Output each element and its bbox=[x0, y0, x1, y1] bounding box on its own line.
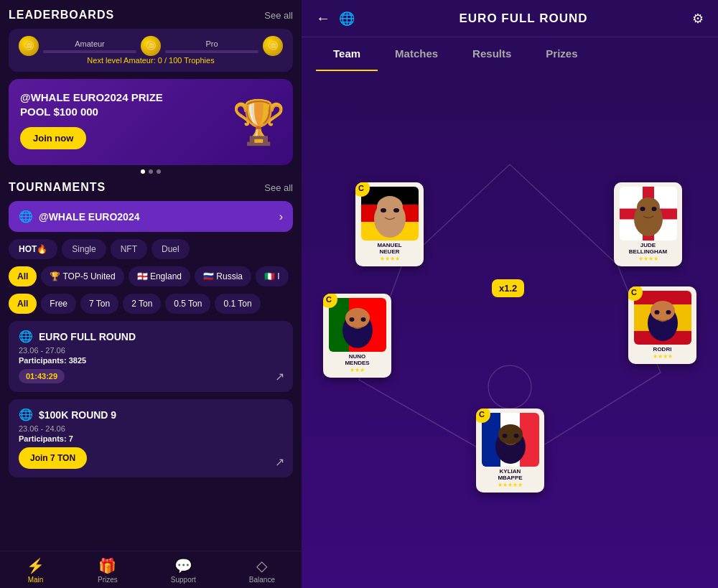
leaderboard-bar: 🪙 Amateur 🪙 Pro 🪙 Next level Amateur: 0 … bbox=[9, 29, 293, 72]
dot-2[interactable] bbox=[149, 169, 153, 174]
nav-main[interactable]: ⚡ Main bbox=[27, 557, 45, 584]
left-panel: LEADERBOARDS See all 🪙 Amateur 🪙 Pro 🪙 N… bbox=[0, 0, 302, 588]
svg-point-16 bbox=[345, 308, 370, 328]
whale-tournament-icon: 🌐 bbox=[19, 210, 33, 223]
player-card-mbappe[interactable]: C KYLIANMBAPPE ★★★★★ bbox=[476, 409, 544, 493]
svg-point-6 bbox=[488, 365, 531, 409]
leaderboards-header: LEADERBOARDS See all bbox=[9, 9, 293, 22]
neuer-name: MANUELNEUER bbox=[377, 243, 401, 256]
tc-100k-participants: Participants: 7 bbox=[19, 434, 283, 443]
field-area: C MANUELNEUER ★★★★ bbox=[302, 71, 718, 588]
nav-prizes[interactable]: 🎁 Prizes bbox=[98, 557, 118, 584]
svg-point-26 bbox=[513, 434, 518, 438]
svg-line-1 bbox=[510, 164, 617, 265]
filter-duel-button[interactable]: Duel bbox=[151, 239, 190, 259]
right-header: ← 🌐 EURO FULL ROUND ⚙ bbox=[302, 0, 718, 37]
tab-prizes[interactable]: Prizes bbox=[528, 37, 595, 71]
lb-pro-label: Pro bbox=[205, 39, 218, 48]
nav-balance[interactable]: ◇ Balance bbox=[249, 557, 275, 584]
svg-point-20 bbox=[651, 301, 675, 321]
filter-all-countries-button[interactable]: All bbox=[9, 266, 37, 286]
join-7ton-button[interactable]: Join 7 TON bbox=[19, 447, 87, 469]
filter-country-row: All 🏆 TOP-5 United 🏴󠁧󠁢󠁥󠁮󠁧󠁿 England 🇷🇺 Ru… bbox=[9, 266, 293, 286]
filter-01ton-button[interactable]: 0.1 Ton bbox=[215, 294, 260, 314]
svg-point-14 bbox=[651, 207, 656, 211]
tc-euro-date: 23.06 - 27.06 bbox=[19, 346, 283, 355]
filter-top5-button[interactable]: 🏆 TOP-5 United bbox=[41, 266, 123, 286]
tournament-card-euro: 🌐 EURO FULL ROUND 23.06 - 27.06 Particip… bbox=[9, 321, 293, 392]
rodri-name: RODRI bbox=[653, 347, 672, 353]
lb-progress-line bbox=[43, 50, 136, 53]
tournament-card-100k: 🌐 $100K ROUND 9 23.06 - 24.06 Participan… bbox=[9, 399, 293, 477]
bottom-nav: ⚡ Main 🎁 Prizes 💬 Support ◇ Balance bbox=[0, 551, 302, 588]
filter-italy-button[interactable]: 🇮🇹 I bbox=[256, 266, 289, 286]
mbappe-name: KYLIANMBAPPE bbox=[498, 469, 522, 482]
balance-nav-label: Balance bbox=[249, 576, 275, 584]
tc-100k-title: $100K ROUND 9 bbox=[39, 409, 116, 421]
filter-nft-button[interactable]: NFT bbox=[111, 239, 147, 259]
tc-euro-icon: 🌐 bbox=[19, 330, 33, 343]
back-button[interactable]: ← bbox=[316, 10, 330, 27]
tab-results[interactable]: Results bbox=[455, 37, 528, 71]
filter-hot-button[interactable]: HOT🔥 bbox=[9, 239, 57, 259]
prizes-nav-icon: 🎁 bbox=[98, 557, 116, 574]
rodri-stars: ★★★★ bbox=[653, 353, 673, 360]
nav-support[interactable]: 💬 Support bbox=[171, 557, 196, 584]
mbappe-stars: ★★★★★ bbox=[498, 482, 523, 488]
lb-levels-row: 🪙 Amateur 🪙 Pro 🪙 bbox=[19, 36, 283, 56]
lb-coin-amateur: 🪙 bbox=[141, 36, 161, 56]
player-card-bellingham[interactable]: JUDEBELLINGHAM ★★★★ bbox=[614, 182, 682, 266]
svg-point-12 bbox=[637, 197, 660, 218]
dot-3[interactable] bbox=[157, 169, 161, 174]
filter-free-button[interactable]: Free bbox=[41, 294, 76, 314]
neuer-stars: ★★★★ bbox=[380, 256, 400, 262]
settings-icon[interactable]: ⚙ bbox=[692, 11, 704, 27]
player-card-rodri[interactable]: C RODRI ★★★★ bbox=[628, 286, 696, 364]
whale-tournament-name: @WHALE EURO2024 bbox=[39, 211, 139, 223]
main-nav-icon: ⚡ bbox=[27, 557, 45, 574]
right-tournament-title: EURO FULL ROUND bbox=[363, 11, 684, 26]
tab-team[interactable]: Team bbox=[316, 37, 378, 71]
filter-2ton-button[interactable]: 2 Ton bbox=[123, 294, 161, 314]
banner-card: @WHALE EURO2024 PRIZE POOL $100 000 Join… bbox=[9, 79, 293, 165]
right-tabs: Team Matches Results Prizes bbox=[302, 37, 718, 71]
dot-1[interactable] bbox=[141, 169, 145, 174]
lb-coin-pro: 🪙 bbox=[263, 36, 283, 56]
filter-all-amounts-button[interactable]: All bbox=[9, 294, 37, 314]
filter-05ton-button[interactable]: 0.5 Ton bbox=[165, 294, 210, 314]
bellingham-stars: ★★★★ bbox=[638, 256, 658, 262]
tournaments-title: TOURNAMENTS bbox=[9, 181, 106, 194]
whale-tournament-item[interactable]: 🌐 @WHALE EURO2024 › bbox=[9, 201, 293, 232]
banner-dots bbox=[9, 169, 293, 174]
multiplier-badge: x1.2 bbox=[492, 279, 524, 297]
bellingham-name: JUDEBELLINGHAM bbox=[629, 243, 667, 256]
support-nav-label: Support bbox=[171, 576, 196, 584]
support-nav-icon: 💬 bbox=[174, 557, 192, 574]
chevron-right-icon: › bbox=[279, 210, 283, 223]
filter-england-button[interactable]: 🏴󠁧󠁢󠁥󠁮󠁧󠁿 England bbox=[129, 266, 190, 286]
svg-point-24 bbox=[498, 424, 523, 444]
tc-100k-icon: 🌐 bbox=[19, 408, 33, 421]
filter-7ton-button[interactable]: 7 Ton bbox=[80, 294, 118, 314]
leaderboards-see-all[interactable]: See all bbox=[264, 10, 293, 21]
tc-100k-share-icon[interactable]: ↗ bbox=[275, 455, 284, 469]
player-card-nuno[interactable]: C NUNOMENDES ★★★ bbox=[323, 294, 391, 378]
player-card-neuer[interactable]: C MANUELNEUER ★★★★ bbox=[355, 182, 424, 266]
svg-point-22 bbox=[666, 310, 671, 314]
tab-matches[interactable]: Matches bbox=[378, 37, 455, 71]
filter-russia-button[interactable]: 🇷🇺 Russia bbox=[195, 266, 251, 286]
tournaments-see-all[interactable]: See all bbox=[264, 182, 293, 193]
nuno-name: NUNOMENDES bbox=[345, 354, 369, 367]
tc-euro-share-icon[interactable]: ↗ bbox=[275, 370, 284, 383]
lb-next-level: Next level Amateur: 0 / 100 Trophies bbox=[19, 56, 283, 65]
right-tournament-icon: 🌐 bbox=[339, 11, 355, 27]
join-now-button[interactable]: Join now bbox=[20, 127, 86, 149]
svg-point-13 bbox=[640, 207, 645, 211]
tc-euro-timer: 01:43:29 bbox=[19, 369, 65, 383]
banner-text: @WHALE EURO2024 PRIZE POOL $100 000 bbox=[20, 90, 164, 118]
balance-nav-icon: ◇ bbox=[256, 557, 267, 574]
tc-euro-header: 🌐 EURO FULL ROUND bbox=[19, 330, 283, 343]
filter-amount-row: All Free 7 Ton 2 Ton 0.5 Ton 0.1 Ton bbox=[9, 294, 293, 314]
filter-single-button[interactable]: Single bbox=[62, 239, 106, 259]
svg-point-10 bbox=[393, 208, 399, 213]
